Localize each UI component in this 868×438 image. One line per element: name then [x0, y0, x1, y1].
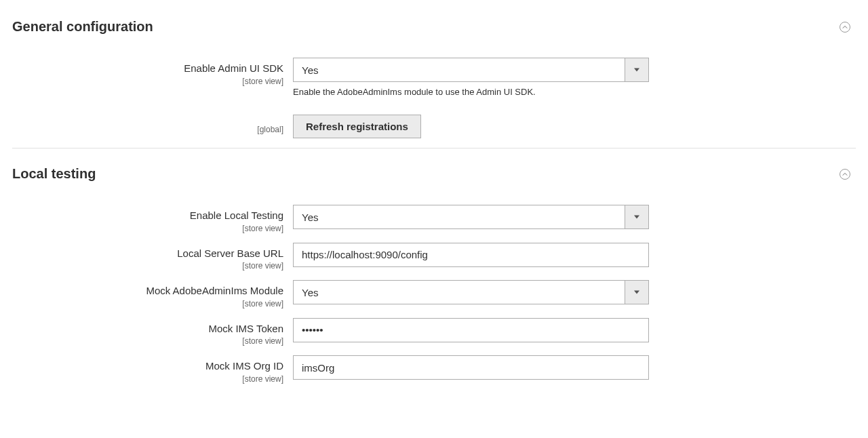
chevron-up-icon[interactable]: [840, 22, 850, 33]
label-mock-module: Mock AdobeAdminIms Module: [146, 285, 283, 296]
scope-mock-token: [store view]: [12, 336, 283, 346]
refresh-registrations-button[interactable]: Refresh registrations: [293, 115, 421, 138]
field-enable-local: Enable Local Testing [store view]: [12, 205, 856, 233]
field-label-col: Local Server Base URL [store view]: [12, 243, 293, 271]
field-input-col: [293, 318, 649, 342]
field-input-col: Enable the AdobeAdminIms module to use t…: [293, 58, 649, 98]
section-header-general[interactable]: General configuration: [12, 14, 856, 44]
select-enable-sdk[interactable]: [293, 58, 649, 82]
field-input-col: [293, 355, 649, 380]
section-title-local: Local testing: [12, 166, 96, 182]
field-base-url: Local Server Base URL [store view]: [12, 243, 856, 271]
field-input-col: Refresh registrations: [293, 115, 421, 138]
section-divider: [12, 148, 856, 148]
scope-enable-local: [store view]: [12, 224, 283, 233]
scope-base-url: [store view]: [12, 261, 283, 271]
select-mock-module[interactable]: [293, 280, 649, 304]
field-input-col: [293, 243, 649, 267]
scope-mock-org: [store view]: [12, 374, 283, 384]
label-enable-local: Enable Local Testing: [190, 210, 283, 221]
field-mock-token: Mock IMS Token [store view]: [12, 318, 856, 346]
scope-mock-module: [store view]: [12, 299, 283, 308]
field-label-col: [global]: [12, 119, 293, 134]
field-label-col: Enable Local Testing [store view]: [12, 205, 293, 233]
section-content-local: Enable Local Testing [store view] Local …: [12, 191, 856, 384]
label-mock-org: Mock IMS Org ID: [205, 360, 283, 372]
label-base-url: Local Server Base URL: [177, 247, 283, 259]
select-wrap-enable-sdk: [293, 58, 649, 82]
field-label-col: Mock IMS Token [store view]: [12, 318, 293, 346]
field-mock-org: Mock IMS Org ID [store view]: [12, 355, 856, 384]
section-title-general: General configuration: [12, 19, 153, 35]
section-content-general: Enable Admin UI SDK [store view] Enable …: [12, 44, 856, 138]
field-label-col: Enable Admin UI SDK [store view]: [12, 58, 293, 86]
field-input-col: [293, 280, 649, 304]
help-enable-sdk: Enable the AdobeAdminIms module to use t…: [293, 86, 649, 98]
scope-enable-sdk: [store view]: [12, 77, 283, 86]
select-wrap-mock-module: [293, 280, 649, 304]
field-mock-module: Mock AdobeAdminIms Module [store view]: [12, 280, 856, 308]
field-refresh: [global] Refresh registrations: [12, 115, 856, 138]
input-base-url[interactable]: [293, 243, 649, 267]
field-input-col: [293, 205, 649, 229]
label-enable-sdk: Enable Admin UI SDK: [184, 62, 283, 74]
field-label-col: Mock IMS Org ID [store view]: [12, 355, 293, 384]
field-enable-sdk: Enable Admin UI SDK [store view] Enable …: [12, 58, 856, 98]
scope-refresh: [global]: [12, 125, 283, 134]
input-mock-token[interactable]: [293, 318, 649, 342]
select-enable-local[interactable]: [293, 205, 649, 229]
label-mock-token: Mock IMS Token: [208, 323, 283, 334]
input-mock-org[interactable]: [293, 355, 649, 380]
chevron-up-icon[interactable]: [840, 169, 850, 180]
section-header-local[interactable]: Local testing: [12, 161, 856, 191]
field-label-col: Mock AdobeAdminIms Module [store view]: [12, 280, 293, 308]
select-wrap-enable-local: [293, 205, 649, 229]
